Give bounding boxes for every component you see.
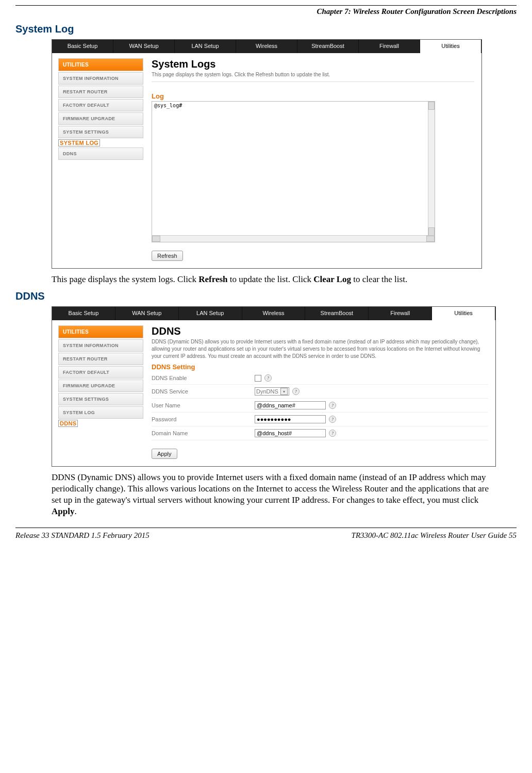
apply-button[interactable]: Apply	[152, 449, 177, 459]
sidebar-item-firmware-upgrade[interactable]: FIRMWARE UPGRADE	[58, 112, 143, 125]
row-ddns-enable: DDNS Enable ?	[152, 372, 488, 385]
tab-wireless[interactable]: Wireless	[236, 40, 297, 53]
content-title: System Logs	[152, 58, 474, 70]
sidebar-item-system-settings[interactable]: SYSTEM SETTINGS	[58, 126, 143, 138]
sidebar: UTILITIES SYSTEM INFORMATION RESTART ROU…	[52, 53, 147, 268]
page-header: Chapter 7: Wireless Router Configuration…	[15, 7, 517, 16]
sidebar-item-system-log[interactable]: SYSTEM LOG	[58, 139, 100, 146]
system-log-description: This page displays the system logs. Clic…	[52, 274, 500, 285]
tab-wan-setup[interactable]: WAN Setup	[115, 307, 179, 320]
ddns-enable-checkbox[interactable]	[255, 375, 261, 382]
domain-name-input[interactable]: @ddns_host#	[255, 429, 326, 437]
content-subtitle: This page displays the system logs. Clic…	[152, 71, 474, 78]
heading-ddns: DDNS	[15, 290, 517, 302]
sidebar-item-system-information[interactable]: SYSTEM INFORMATION	[58, 339, 143, 352]
tab-streamboost[interactable]: StreamBoost	[305, 307, 369, 320]
sidebar-item-system-information[interactable]: SYSTEM INFORMATION	[58, 72, 143, 85]
help-icon[interactable]: ?	[329, 402, 336, 409]
header-rule	[15, 5, 517, 6]
screenshot-ddns: Basic Setup WAN Setup LAN Setup Wireless…	[52, 306, 496, 467]
refresh-button[interactable]: Refresh	[152, 251, 183, 261]
log-textarea[interactable]: @sys_log#	[152, 101, 435, 242]
label-password: Password	[152, 416, 255, 422]
chevron-down-icon: ▾	[280, 388, 288, 395]
ddns-service-select[interactable]: DynDNS ▾	[255, 387, 289, 396]
content-title: DDNS	[152, 325, 488, 337]
password-input[interactable]: ●●●●●●●●●●	[255, 415, 326, 423]
sidebar-item-factory-default[interactable]: FACTORY DEFAULT	[58, 366, 143, 379]
sidebar-item-firmware-upgrade[interactable]: FIRMWARE UPGRADE	[58, 380, 143, 392]
label-domain-name: Domain Name	[152, 430, 255, 436]
row-domain-name: Domain Name @ddns_host# ?	[152, 426, 488, 440]
divider	[152, 81, 474, 82]
tab-wan-setup[interactable]: WAN Setup	[113, 40, 175, 53]
screenshot-system-log: Basic Setup WAN Setup LAN Setup Wireless…	[52, 39, 482, 269]
scroll-up-icon[interactable]	[428, 102, 435, 110]
sidebar-item-ddns[interactable]: DDNS	[58, 420, 78, 427]
ddns-description: DDNS (Dynamic DNS) allows you to provide…	[52, 472, 500, 517]
footer-right: TR3300-AC 802.11ac Wireless Router User …	[352, 531, 517, 540]
tab-utilities[interactable]: Utilities	[420, 40, 481, 53]
sidebar: UTILITIES SYSTEM INFORMATION RESTART ROU…	[52, 320, 147, 466]
log-text: @sys_log#	[154, 103, 182, 108]
tab-utilities[interactable]: Utilities	[432, 307, 495, 320]
top-nav: Basic Setup WAN Setup LAN Setup Wireless…	[52, 40, 481, 53]
sidebar-item-system-settings[interactable]: SYSTEM SETTINGS	[58, 393, 143, 405]
sidebar-item-restart-router[interactable]: RESTART ROUTER	[58, 86, 143, 98]
page-footer: Release 33 STANDARD 1.5 February 2015 TR…	[15, 528, 517, 540]
ddns-service-value: DynDNS	[256, 388, 278, 394]
horizontal-scrollbar[interactable]	[152, 235, 435, 242]
content-subtitle: DDNS (Dynamic DNS) allows you to provide…	[152, 338, 488, 360]
scroll-right-icon[interactable]	[426, 236, 435, 242]
tab-lan-setup[interactable]: LAN Setup	[179, 307, 242, 320]
scroll-down-icon[interactable]	[428, 227, 435, 236]
tab-streamboost[interactable]: StreamBoost	[297, 40, 359, 53]
user-name-input[interactable]: @ddns_name#	[255, 401, 326, 409]
row-ddns-service: DDNS Service DynDNS ▾ ?	[152, 385, 488, 399]
tab-lan-setup[interactable]: LAN Setup	[175, 40, 236, 53]
label-ddns-enable: DDNS Enable	[152, 375, 255, 381]
help-icon[interactable]: ?	[292, 388, 300, 395]
scroll-left-icon[interactable]	[152, 236, 160, 242]
help-icon[interactable]: ?	[264, 374, 272, 382]
tab-basic-setup[interactable]: Basic Setup	[52, 40, 113, 53]
top-nav: Basic Setup WAN Setup LAN Setup Wireless…	[52, 307, 495, 320]
tab-wireless[interactable]: Wireless	[242, 307, 306, 320]
vertical-scrollbar[interactable]	[428, 102, 435, 236]
tab-basic-setup[interactable]: Basic Setup	[52, 307, 115, 320]
heading-system-log: System Log	[15, 23, 517, 35]
sidebar-item-factory-default[interactable]: FACTORY DEFAULT	[58, 99, 143, 111]
label-user-name: User Name	[152, 402, 255, 408]
help-icon[interactable]: ?	[329, 430, 336, 437]
section-ddns-setting: DDNS Setting	[152, 363, 488, 371]
sidebar-item-restart-router[interactable]: RESTART ROUTER	[58, 353, 143, 365]
label-ddns-service: DDNS Service	[152, 388, 255, 394]
tab-firewall[interactable]: Firewall	[359, 40, 420, 53]
sidebar-head: UTILITIES	[58, 325, 143, 338]
footer-left: Release 33 STANDARD 1.5 February 2015	[15, 531, 149, 540]
row-user-name: User Name @ddns_name# ?	[152, 399, 488, 413]
sidebar-item-system-log[interactable]: SYSTEM LOG	[58, 406, 143, 419]
help-icon[interactable]: ?	[329, 416, 336, 423]
sidebar-item-ddns[interactable]: DDNS	[58, 147, 143, 160]
tab-firewall[interactable]: Firewall	[369, 307, 432, 320]
sidebar-head: UTILITIES	[58, 58, 143, 71]
row-password: Password ●●●●●●●●●● ?	[152, 413, 488, 426]
section-log: Log	[152, 92, 474, 100]
